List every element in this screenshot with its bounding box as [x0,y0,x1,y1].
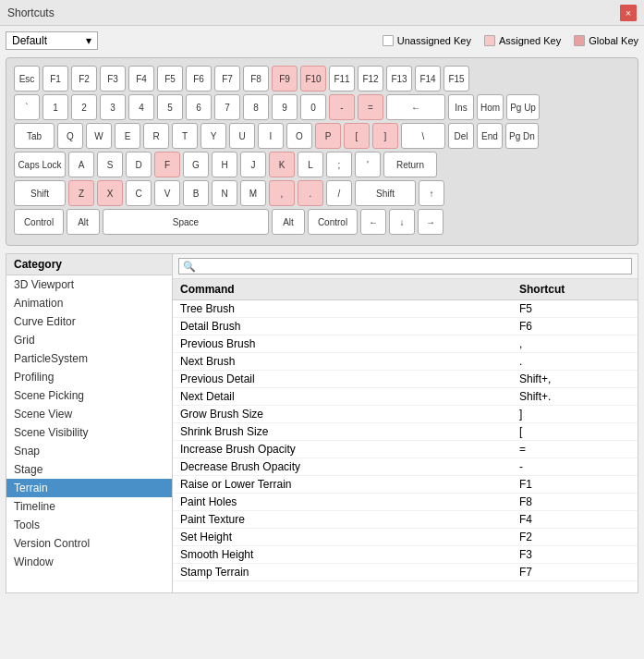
key-9[interactable]: 9 [272,94,298,120]
key-p[interactable]: P [315,123,341,149]
key-f1[interactable]: F1 [43,66,68,92]
key-pg-up[interactable]: Pg Up [506,94,540,120]
key-j[interactable]: J [240,152,266,177]
key--[interactable]: ` [14,94,40,120]
key-f15[interactable]: F15 [444,66,469,92]
key--[interactable]: ; [326,152,352,177]
category-item-grid[interactable]: Grid [6,331,172,349]
command-row[interactable]: Detail BrushF6 [173,318,638,336]
key-control[interactable]: Control [14,209,64,235]
key-esc[interactable]: Esc [14,66,40,92]
key-f8[interactable]: F8 [243,66,269,92]
profile-dropdown[interactable]: Default ▾ [6,31,98,50]
key-5[interactable]: 5 [157,94,183,120]
key-f[interactable]: F [154,152,180,177]
key-v[interactable]: V [154,180,180,206]
category-item-scene-visibility[interactable]: Scene Visibility [6,423,172,442]
key-f5[interactable]: F5 [157,66,183,92]
category-item-terrain[interactable]: Terrain [6,479,172,497]
command-row[interactable]: Decrease Brush Opacity- [173,458,638,476]
key-2[interactable]: 2 [71,94,97,120]
key--[interactable]: ← [386,94,445,120]
key-f3[interactable]: F3 [100,66,126,92]
key-return[interactable]: Return [383,152,437,177]
key-f13[interactable]: F13 [386,66,412,92]
command-row[interactable]: Raise or Lower TerrainF1 [173,476,638,494]
key-0[interactable]: 0 [300,94,326,120]
key-x[interactable]: X [97,180,123,206]
key-o[interactable]: O [286,123,312,149]
key-f7[interactable]: F7 [214,66,240,92]
category-item-window[interactable]: Window [6,553,172,571]
category-item-scene-view[interactable]: Scene View [6,405,172,423]
key--[interactable]: - [329,94,355,120]
key-f2[interactable]: F2 [71,66,97,92]
key-tab[interactable]: Tab [14,123,55,149]
key-control[interactable]: Control [308,209,358,235]
key-h[interactable]: H [212,152,237,177]
key-a[interactable]: A [68,152,94,177]
key-z[interactable]: Z [68,180,94,206]
command-row[interactable]: Shrink Brush Size[ [173,423,638,441]
command-row[interactable]: Next DetailShift+. [173,388,638,406]
key--[interactable]: = [358,94,383,120]
command-row[interactable]: Paint TextureF4 [173,511,638,529]
key-space[interactable]: Space [103,209,269,235]
key-y[interactable]: Y [200,123,226,149]
key--[interactable]: → [418,209,444,235]
key--[interactable]: , [269,180,295,206]
key--[interactable]: ← [360,209,386,235]
key-shift[interactable]: Shift [14,180,66,206]
key-hom[interactable]: Hom [477,94,504,120]
key-caps-lock[interactable]: Caps Lock [14,152,66,177]
category-item-animation[interactable]: Animation [6,294,172,312]
key-ins[interactable]: Ins [448,94,474,120]
key-e[interactable]: E [115,123,140,149]
key--[interactable]: ↑ [419,180,444,206]
command-row[interactable]: Stamp TerrainF7 [173,564,638,581]
key-1[interactable]: 1 [43,94,68,120]
key-q[interactable]: Q [57,123,83,149]
key-pg-dn[interactable]: Pg Dn [505,123,539,149]
command-row[interactable]: Grow Brush Size] [173,406,638,423]
key--[interactable]: ' [355,152,381,177]
key-u[interactable]: U [229,123,255,149]
command-row[interactable]: Previous DetailShift+, [173,371,638,388]
key-d[interactable]: D [126,152,152,177]
key-shift[interactable]: Shift [355,180,416,206]
key--[interactable]: . [298,180,323,206]
key-7[interactable]: 7 [214,94,240,120]
category-item-3d-viewport[interactable]: 3D Viewport [6,275,172,294]
key-f12[interactable]: F12 [358,66,383,92]
command-row[interactable]: Previous Brush, [173,336,638,353]
key-b[interactable]: B [183,180,209,206]
key-r[interactable]: R [143,123,169,149]
category-item-profiling[interactable]: Profiling [6,368,172,386]
key-f6[interactable]: F6 [186,66,212,92]
command-row[interactable]: Increase Brush Opacity= [173,441,638,458]
close-button[interactable]: × [620,5,637,21]
key-c[interactable]: C [126,180,152,206]
key-t[interactable]: T [172,123,198,149]
key-i[interactable]: I [258,123,284,149]
key--[interactable]: ] [372,123,398,149]
command-row[interactable]: Next Brush. [173,353,638,371]
key-8[interactable]: 8 [243,94,269,120]
key-f11[interactable]: F11 [329,66,355,92]
command-row[interactable]: Paint HolesF8 [173,494,638,511]
key-alt[interactable]: Alt [67,209,100,235]
command-row[interactable]: Set HeightF2 [173,529,638,546]
key-6[interactable]: 6 [186,94,212,120]
key-g[interactable]: G [183,152,209,177]
key-f14[interactable]: F14 [415,66,441,92]
key-3[interactable]: 3 [100,94,126,120]
key-end[interactable]: End [477,123,503,149]
key-w[interactable]: W [86,123,112,149]
key-f4[interactable]: F4 [128,66,154,92]
category-item-scene-picking[interactable]: Scene Picking [6,386,172,405]
key-del[interactable]: Del [448,123,474,149]
category-item-snap[interactable]: Snap [6,442,172,460]
key-k[interactable]: K [269,152,295,177]
category-item-particlesystem[interactable]: ParticleSystem [6,349,172,368]
key-4[interactable]: 4 [128,94,154,120]
